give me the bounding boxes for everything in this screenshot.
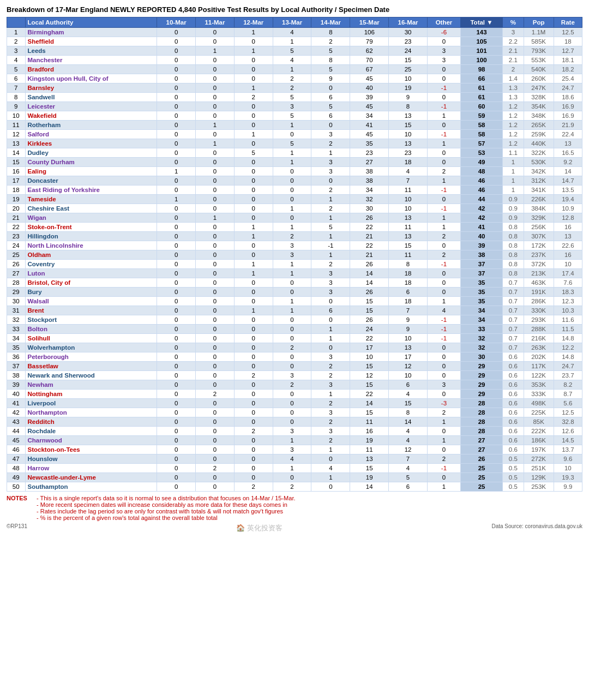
cell-12: 251K xyxy=(524,464,554,473)
cell-10: 28 xyxy=(460,427,502,436)
cell-11: 0.6 xyxy=(503,436,524,445)
cell-12: 226K xyxy=(524,195,554,204)
cell-5: 3 xyxy=(273,445,311,454)
cell-5: 0 xyxy=(273,213,311,223)
cell-13: 25.4 xyxy=(554,74,582,83)
cell-6: 3 xyxy=(311,167,350,176)
cell-7: 79 xyxy=(350,37,389,46)
cell-9: -1 xyxy=(427,315,460,325)
cell-3: 0 xyxy=(196,28,235,37)
cell-12: 372K xyxy=(524,260,554,269)
cell-13: 10.3 xyxy=(554,306,582,315)
cell-4: 0 xyxy=(234,278,273,288)
cell-9: 2 xyxy=(427,250,460,260)
cell-0: 35 xyxy=(7,343,26,352)
cell-8: 11 xyxy=(389,186,428,195)
cell-0: 10 xyxy=(7,111,26,121)
cell-11: 0.7 xyxy=(503,288,524,297)
cell-2: 0 xyxy=(157,176,196,186)
cell-8: 23 xyxy=(389,148,428,158)
cell-4: 1 xyxy=(234,306,273,315)
cell-12: 260K xyxy=(524,74,554,83)
cell-2: 0 xyxy=(157,74,196,83)
cell-4: 0 xyxy=(234,56,273,65)
cell-13: 14 xyxy=(554,167,582,176)
cell-8: 5 xyxy=(389,473,428,482)
cell-7: 45 xyxy=(350,74,389,83)
cell-1: Southampton xyxy=(25,482,157,492)
cell-9: 1 xyxy=(427,297,460,306)
cell-7: 14 xyxy=(350,482,389,492)
cell-5: 1 xyxy=(273,121,311,130)
cell-10: 35 xyxy=(460,288,502,297)
cell-6: 0 xyxy=(311,297,350,306)
cell-6: 2 xyxy=(311,204,350,213)
cell-0: 47 xyxy=(7,454,26,464)
cell-13: 19.4 xyxy=(554,195,582,204)
cell-11: 0.6 xyxy=(503,390,524,399)
cell-5: 1 xyxy=(273,260,311,269)
cell-1: Manchester xyxy=(25,56,157,65)
cell-10: 44 xyxy=(460,195,502,204)
cell-3: 0 xyxy=(196,260,235,269)
cell-0: 40 xyxy=(7,390,26,399)
cell-10: 25 xyxy=(460,473,502,482)
cell-3: 0 xyxy=(196,445,235,454)
cell-6: 5 xyxy=(311,223,350,232)
cell-3: 0 xyxy=(196,454,235,464)
cell-12: 353K xyxy=(524,380,554,390)
cell-13: 18.1 xyxy=(554,56,582,65)
cell-8: 10 xyxy=(389,204,428,213)
cell-10: 28 xyxy=(460,399,502,408)
cell-8: 6 xyxy=(389,380,428,390)
cell-0: 36 xyxy=(7,352,26,362)
cell-1: Northampton xyxy=(25,408,157,417)
cell-11: 0.5 xyxy=(503,482,524,492)
cell-11: 0.8 xyxy=(503,269,524,278)
cell-12: 265K xyxy=(524,121,554,130)
cell-0: 7 xyxy=(7,83,26,93)
cell-1: Newark and Sherwood xyxy=(25,371,157,380)
cell-12: 328K xyxy=(524,93,554,102)
cell-8: 6 xyxy=(389,288,428,297)
cell-10: 32 xyxy=(460,334,502,343)
cell-11: 1.1 xyxy=(503,148,524,158)
cell-11: 0.5 xyxy=(503,454,524,464)
cell-6: 3 xyxy=(311,352,350,362)
cell-11: 0.7 xyxy=(503,343,524,352)
col-header-4: 12-Mar xyxy=(234,17,273,28)
table-row: 46Stockton-on-Tees0003111120270.6197K13.… xyxy=(7,445,582,454)
cell-10: 38 xyxy=(460,250,502,260)
cell-2: 0 xyxy=(157,352,196,362)
cell-9: 1 xyxy=(427,111,460,121)
cell-11: 0.9 xyxy=(503,213,524,223)
cell-13: 14.7 xyxy=(554,176,582,186)
cell-0: 26 xyxy=(7,260,26,269)
cell-2: 0 xyxy=(157,83,196,93)
table-row: 23Hillingdon0012121132400.8307K13 xyxy=(7,232,582,241)
cell-13: 12.8 xyxy=(554,213,582,223)
cell-8: 13 xyxy=(389,213,428,223)
cell-10: 40 xyxy=(460,232,502,241)
cell-0: 31 xyxy=(7,306,26,315)
cell-1: Kirklees xyxy=(25,139,157,148)
cell-3: 0 xyxy=(196,56,235,65)
cell-1: Ealing xyxy=(25,167,157,176)
cell-10: 105 xyxy=(460,37,502,46)
cell-10: 58 xyxy=(460,121,502,130)
cell-3: 0 xyxy=(196,352,235,362)
cell-4: 0 xyxy=(234,362,273,371)
cell-10: 25 xyxy=(460,482,502,492)
cell-5: 4 xyxy=(273,56,311,65)
cell-10: 41 xyxy=(460,223,502,232)
cell-5: 3 xyxy=(273,427,311,436)
cell-0: 14 xyxy=(7,148,26,158)
cell-8: 10 xyxy=(389,74,428,83)
cell-13: 16.9 xyxy=(554,102,582,111)
table-row: 37Bassetlaw0000215120290.6117K24.7 xyxy=(7,362,582,371)
cell-5: 1 xyxy=(273,306,311,315)
cell-2: 0 xyxy=(157,473,196,482)
cell-2: 1 xyxy=(157,195,196,204)
cell-3: 0 xyxy=(196,371,235,380)
cell-9: 0 xyxy=(427,445,460,454)
